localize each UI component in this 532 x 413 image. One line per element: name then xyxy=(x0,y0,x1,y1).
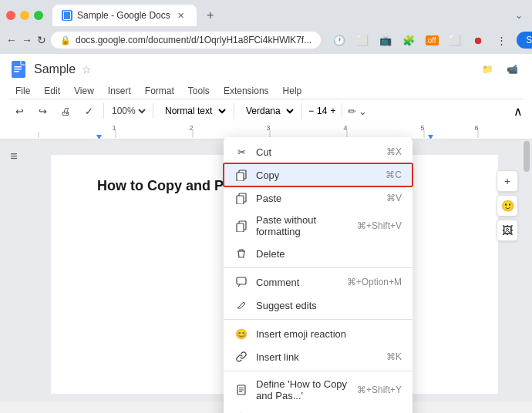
doc-toolbar: ↩ ↪ 🖨 ✓ 100% Normal text Verdana − 14 + … xyxy=(9,99,523,123)
paste-label: Paste xyxy=(256,193,379,204)
svg-rect-1 xyxy=(14,66,22,68)
docs-header: Sample ☆ 📁 📹 File Edit View Insert Forma… xyxy=(0,54,532,124)
star-icon[interactable]: ☆ xyxy=(82,63,92,76)
menu-extensions[interactable]: Extensions xyxy=(217,83,275,99)
active-tab[interactable]: Sample - Google Docs ✕ xyxy=(52,5,197,26)
minimize-button[interactable] xyxy=(20,11,29,20)
forward-button[interactable]: → xyxy=(22,29,32,51)
collapse-toolbar-button[interactable]: ∧ xyxy=(513,104,523,119)
record-icon[interactable]: ⏺ xyxy=(467,29,489,51)
context-menu-delete[interactable]: Delete xyxy=(224,242,412,265)
lock-icon: 🔒 xyxy=(60,35,71,45)
tab-close-button[interactable]: ✕ xyxy=(175,9,187,22)
svg-text:5: 5 xyxy=(420,124,424,132)
menu-view[interactable]: View xyxy=(68,83,100,99)
menu-insert[interactable]: Insert xyxy=(102,83,137,99)
undo-button[interactable]: ↩ xyxy=(9,101,29,121)
scrollbar-track[interactable] xyxy=(521,139,532,401)
history-icon[interactable]: 🕐 xyxy=(328,29,350,51)
cut-label: Cut xyxy=(256,146,379,158)
toolbar-separator-3 xyxy=(234,103,234,119)
menu-divider-1 xyxy=(224,267,412,268)
new-tab-button[interactable]: + xyxy=(200,5,221,26)
right-float-buttons: + 🙂 🖼 xyxy=(497,170,518,241)
paste-plain-shortcut: ⌘+Shift+V xyxy=(357,220,402,231)
browser-toolbar-icons: 🕐 ⬜ 📺 🧩 off ⬜ ⏺ ⋮ xyxy=(328,29,512,51)
suggest-icon xyxy=(234,298,248,312)
context-menu-paste-plain[interactable]: Paste without formatting ⌘+Shift+V xyxy=(224,210,412,242)
menu-edit[interactable]: Edit xyxy=(38,83,66,99)
spellcheck-button[interactable]: ✓ xyxy=(79,101,99,121)
docs-logo xyxy=(9,60,28,79)
svg-rect-3 xyxy=(14,71,19,72)
context-menu-comment[interactable]: Comment ⌘+Option+M xyxy=(224,270,412,294)
svg-text:3: 3 xyxy=(266,124,270,132)
svg-rect-2 xyxy=(14,69,22,70)
context-menu-cut[interactable]: ✂ Cut ⌘X xyxy=(224,140,412,163)
context-menu-copy[interactable]: Copy ⌘C xyxy=(224,163,412,186)
video-call-icon[interactable]: 📹 xyxy=(501,59,523,80)
context-menu: ✂ Cut ⌘X Copy ⌘C Paste ⌘V xyxy=(224,137,412,413)
menu-format[interactable]: Format xyxy=(139,83,180,99)
extensions-icon[interactable]: 🧩 xyxy=(398,29,419,51)
tabs-chevron-icon[interactable]: ⌄ xyxy=(512,7,526,24)
back-button[interactable]: ← xyxy=(6,29,17,51)
context-menu-link[interactable]: Insert link ⌘K xyxy=(224,345,412,368)
menu-divider-2 xyxy=(224,319,412,320)
scrollbar-thumb[interactable] xyxy=(524,141,530,172)
context-menu-suggest[interactable]: Suggest edits xyxy=(224,294,412,317)
doc-title-row: Sample ☆ 📁 📹 xyxy=(9,59,523,80)
copy-icon xyxy=(234,168,248,182)
browser-chrome: Sample - Google Docs ✕ + ⌄ ← → ↻ 🔒 docs.… xyxy=(0,0,532,54)
ext-off-icon[interactable]: off xyxy=(421,29,443,51)
more-options-icon[interactable]: ⋮ xyxy=(490,29,512,51)
emoji-reaction-icon: 😊 xyxy=(234,327,248,341)
cast-icon[interactable]: 📺 xyxy=(375,29,396,51)
share-button[interactable]: Share xyxy=(517,32,532,49)
url-bar[interactable]: 🔒 docs.google.com/document/d/1OqrlyH1a8F… xyxy=(51,32,321,49)
svg-text:6: 6 xyxy=(474,124,478,132)
font-size-value: 14 xyxy=(317,106,327,116)
zoom-select[interactable]: 100% xyxy=(109,105,148,117)
increase-font-button[interactable]: + xyxy=(328,104,337,118)
add-button[interactable]: + xyxy=(497,170,518,192)
profile-icon[interactable]: ⬜ xyxy=(444,29,466,51)
comment-label: Comment xyxy=(256,277,339,288)
save-to-drive-icon[interactable]: 📁 xyxy=(476,59,498,80)
context-menu-emoji[interactable]: 😊 Insert emoji reaction xyxy=(224,322,412,345)
define-shortcut: ⌘+Shift+Y xyxy=(357,384,402,395)
pencil-icon[interactable]: ✏ ⌄ xyxy=(347,101,367,121)
close-button[interactable] xyxy=(6,11,15,20)
tab-label: Sample - Google Docs xyxy=(77,10,170,21)
menu-help[interactable]: Help xyxy=(277,83,308,99)
context-menu-keep[interactable]: Save to Keep xyxy=(224,406,412,413)
paste-plain-label: Paste without formatting xyxy=(256,214,349,237)
reload-button[interactable]: ↻ xyxy=(37,29,46,51)
doc-title: Sample xyxy=(34,62,76,76)
style-select[interactable]: Normal text xyxy=(158,102,229,119)
maximize-button[interactable] xyxy=(34,11,43,20)
link-label: Insert link xyxy=(256,351,379,363)
print-button[interactable]: 🖨 xyxy=(56,101,76,121)
window-controls xyxy=(6,11,43,20)
menu-file[interactable]: File xyxy=(9,83,36,99)
outline-icon[interactable]: ≡ xyxy=(3,146,25,167)
tab-search-icon[interactable]: ⬜ xyxy=(352,29,373,51)
define-label: Define 'How to Copy and Pas...' xyxy=(256,378,349,401)
context-menu-define[interactable]: Define 'How to Copy and Pas...' ⌘+Shift+… xyxy=(224,374,412,406)
address-bar: ← → ↻ 🔒 docs.google.com/document/d/1Oqrl… xyxy=(0,26,532,54)
suggest-label: Suggest edits xyxy=(256,300,402,311)
menu-tools[interactable]: Tools xyxy=(182,83,216,99)
menu-bar: File Edit View Insert Format Tools Exten… xyxy=(9,83,523,99)
define-icon xyxy=(234,383,248,397)
toolbar-separator xyxy=(103,103,104,119)
emoji-button[interactable]: 🙂 xyxy=(497,195,518,217)
url-text: docs.google.com/document/d/1OqrlyH1a8FCi… xyxy=(76,35,311,45)
redo-button[interactable]: ↪ xyxy=(32,101,52,121)
menu-divider-3 xyxy=(224,371,412,371)
svg-text:4: 4 xyxy=(343,124,347,132)
font-select[interactable]: Verdana xyxy=(239,102,297,119)
image-button[interactable]: 🖼 xyxy=(497,220,518,241)
decrease-font-button[interactable]: − xyxy=(307,104,315,118)
context-menu-paste[interactable]: Paste ⌘V xyxy=(224,186,412,210)
